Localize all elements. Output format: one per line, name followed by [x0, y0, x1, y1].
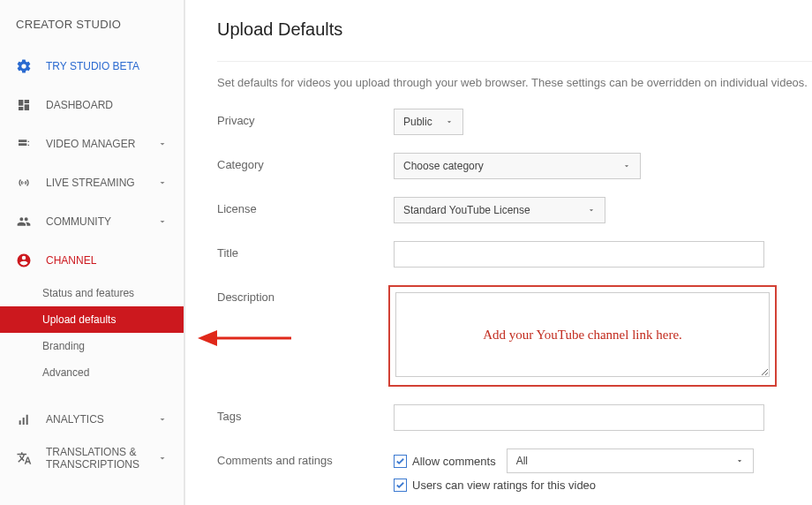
ratings-label: Users can view ratings for this video [412, 479, 596, 492]
sidebar-item-dashboard[interactable]: DASHBOARD [0, 86, 184, 124]
description-input[interactable] [395, 292, 770, 377]
select-value: Public [403, 116, 432, 128]
ratings-checkbox[interactable] [394, 479, 407, 492]
sidebar-item-translations[interactable]: TRANSLATIONS & TRANSCRIPTIONS [0, 439, 184, 478]
main-panel: Upload Defaults Set defaults for videos … [185, 0, 812, 505]
sidebar-item-label: ANALYTICS [46, 413, 104, 426]
select-value: Choose category [403, 160, 484, 172]
page-description: Set defaults for videos you upload throu… [217, 61, 812, 89]
sub-item-upload-defaults[interactable]: Upload defaults [0, 306, 184, 333]
chevron-down-icon [157, 453, 168, 464]
sub-item-label: Upload defaults [42, 313, 116, 326]
description-highlight-box: Add your YouTube channel link here. [388, 285, 777, 387]
sub-item-label: Advanced [42, 366, 89, 379]
sidebar-item-community[interactable]: COMMUNITY [0, 202, 184, 241]
live-icon [16, 175, 32, 191]
sub-item-status[interactable]: Status and features [0, 280, 184, 306]
label-license: License [217, 197, 394, 215]
community-icon [16, 214, 32, 230]
sidebar-item-channel[interactable]: CHANNEL [0, 241, 184, 280]
select-value: All [516, 455, 528, 467]
video-manager-icon [16, 136, 32, 152]
caret-down-icon [445, 117, 454, 126]
analytics-icon [16, 411, 32, 427]
label-comments: Comments and ratings [217, 448, 394, 467]
sidebar-item-label: DASHBOARD [46, 99, 113, 111]
channel-sub-items: Status and features Upload defaults Bran… [0, 280, 184, 386]
privacy-select[interactable]: Public [394, 109, 463, 135]
sidebar-item-label: TRANSLATIONS & TRANSCRIPTIONS [46, 446, 157, 471]
sidebar-item-label: LIVE STREAMING [46, 177, 135, 189]
label-title: Title [217, 241, 394, 260]
gear-icon [16, 58, 32, 74]
caret-down-icon [587, 206, 596, 215]
sub-item-label: Status and features [42, 287, 134, 299]
tags-input[interactable] [394, 404, 764, 431]
sidebar-item-video-manager[interactable]: VIDEO MANAGER [0, 124, 184, 163]
allow-comments-label: Allow comments [412, 455, 496, 468]
sidebar: CREATOR STUDIO TRY STUDIO BETA DASHBOARD… [0, 0, 185, 505]
translate-icon [16, 450, 32, 466]
sidebar-item-label: CHANNEL [46, 254, 96, 267]
sidebar-item-try-beta[interactable]: TRY STUDIO BETA [0, 47, 184, 86]
title-input[interactable] [394, 241, 764, 268]
category-select[interactable]: Choose category [394, 153, 641, 179]
label-category: Category [217, 153, 394, 171]
sidebar-item-label: VIDEO MANAGER [46, 138, 135, 150]
sidebar-item-label: TRY STUDIO BETA [46, 60, 139, 72]
chevron-down-icon [157, 414, 168, 425]
channel-icon [16, 253, 32, 268]
comments-option-select[interactable]: All [507, 448, 754, 473]
sidebar-title: CREATOR STUDIO [0, 18, 184, 47]
sub-item-branding[interactable]: Branding [0, 333, 184, 359]
label-tags: Tags [217, 404, 394, 423]
sub-item-label: Branding [42, 340, 85, 352]
chevron-down-icon [157, 216, 168, 227]
license-select[interactable]: Standard YouTube License [394, 197, 605, 223]
sidebar-item-live-streaming[interactable]: LIVE STREAMING [0, 163, 184, 202]
chevron-down-icon [157, 139, 168, 149]
allow-comments-checkbox[interactable] [394, 455, 407, 468]
label-privacy: Privacy [217, 109, 394, 127]
sidebar-item-label: COMMUNITY [46, 215, 111, 228]
select-value: Standard YouTube License [403, 204, 530, 216]
sidebar-item-analytics[interactable]: ANALYTICS [0, 400, 184, 439]
dashboard-icon [16, 97, 32, 113]
caret-down-icon [735, 456, 744, 465]
page-title: Upload Defaults [217, 19, 812, 40]
chevron-down-icon [157, 177, 168, 188]
sub-item-advanced[interactable]: Advanced [0, 359, 184, 386]
label-description: Description [217, 285, 388, 304]
caret-down-icon [622, 162, 631, 170]
